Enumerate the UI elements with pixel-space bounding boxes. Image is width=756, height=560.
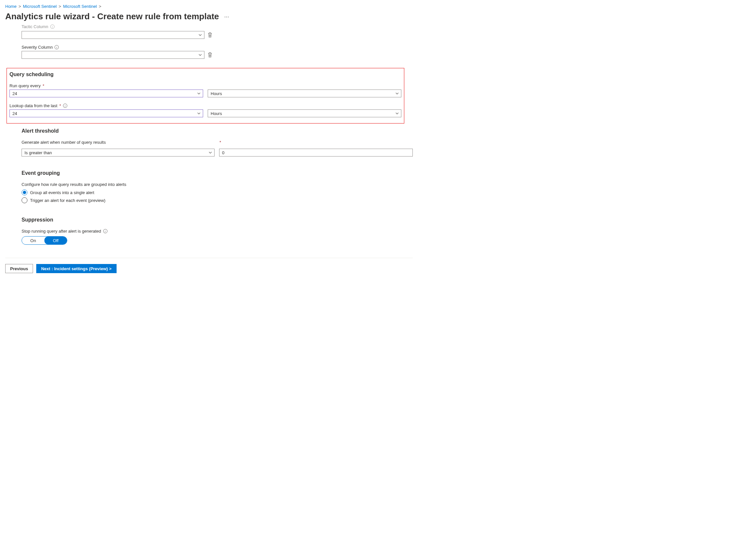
event-grouping-desc: Configure how rule query results are gro… — [22, 182, 413, 187]
toggle-off-label: Off — [44, 237, 67, 244]
lookup-unit: Hours — [211, 111, 222, 116]
run-query-unit: Hours — [211, 91, 222, 96]
required-asterisk: * — [220, 140, 221, 145]
run-query-value: 24 — [13, 91, 17, 96]
alert-threshold-heading: Alert threshold — [22, 128, 413, 134]
lookup-data-label: Lookup data from the last — [9, 103, 58, 108]
run-query-value-select[interactable]: 24 — [9, 89, 203, 97]
suppression-desc: Stop running query after alert is genera… — [22, 229, 101, 234]
chevron-down-icon — [208, 151, 212, 155]
run-query-unit-select[interactable]: Hours — [208, 89, 401, 97]
info-icon[interactable]: i — [63, 104, 67, 108]
previous-button[interactable]: Previous — [5, 264, 33, 273]
page-title: Analytics rule wizard - Create new rule … — [5, 12, 219, 22]
lookup-unit-select[interactable]: Hours — [208, 109, 401, 117]
breadcrumb-home[interactable]: Home — [5, 4, 17, 9]
tactic-column-select[interactable] — [22, 31, 204, 39]
chevron-down-icon — [198, 33, 202, 37]
alert-threshold-desc: Generate alert when number of query resu… — [22, 140, 215, 145]
info-icon[interactable]: i — [103, 229, 107, 233]
chevron-right-icon: > — [99, 4, 102, 9]
chevron-down-icon — [395, 92, 399, 95]
trash-icon[interactable] — [208, 32, 212, 38]
chevron-right-icon: > — [19, 4, 21, 9]
toggle-on-label: On — [22, 237, 44, 244]
radio-label: Group all events into a single alert — [30, 190, 95, 195]
severity-column-label: Severity Column — [22, 45, 53, 50]
trash-icon[interactable] — [208, 52, 212, 58]
severity-column-select[interactable] — [22, 51, 204, 59]
radio-icon — [22, 189, 27, 195]
event-grouping-heading: Event grouping — [22, 170, 413, 176]
info-icon[interactable]: i — [50, 24, 55, 29]
radio-trigger-each-event[interactable]: Trigger an alert for each event (preview… — [22, 197, 413, 203]
lookup-value: 24 — [13, 111, 17, 116]
breadcrumb: Home > Microsoft Sentinel > Microsoft Se… — [5, 4, 413, 9]
chevron-down-icon — [395, 112, 399, 115]
query-scheduling-section: Query scheduling Run query every * 24 Ho… — [6, 68, 404, 123]
radio-group-all-events[interactable]: Group all events into a single alert — [22, 189, 413, 195]
threshold-value: 0 — [222, 150, 224, 155]
breadcrumb-sentinel-2[interactable]: Microsoft Sentinel — [63, 4, 97, 9]
run-query-every-label: Run query every — [9, 83, 41, 88]
lookup-value-select[interactable]: 24 — [9, 109, 203, 117]
query-scheduling-heading: Query scheduling — [9, 72, 401, 77]
chevron-down-icon — [197, 92, 201, 95]
suppression-heading: Suppression — [22, 217, 413, 223]
threshold-operator-select[interactable]: Is greater than — [22, 149, 214, 157]
required-asterisk: * — [42, 83, 44, 88]
wizard-footer: Previous Next : Incident settings (Previ… — [5, 258, 413, 279]
next-button[interactable]: Next : Incident settings (Preview) > — [36, 264, 117, 273]
chevron-down-icon — [197, 112, 201, 115]
required-asterisk: * — [59, 103, 61, 108]
threshold-value-input[interactable]: 0 — [219, 149, 413, 157]
chevron-down-icon — [198, 53, 202, 57]
threshold-operator: Is greater than — [24, 150, 52, 155]
suppression-toggle[interactable]: On Off — [22, 236, 67, 245]
more-actions-icon[interactable]: ··· — [224, 14, 229, 20]
tactic-column-label: Tactic Column — [22, 24, 48, 29]
info-icon[interactable]: i — [55, 45, 59, 49]
radio-icon — [22, 197, 27, 203]
radio-label: Trigger an alert for each event (preview… — [30, 198, 105, 203]
chevron-right-icon: > — [59, 4, 61, 9]
breadcrumb-sentinel-1[interactable]: Microsoft Sentinel — [23, 4, 57, 9]
